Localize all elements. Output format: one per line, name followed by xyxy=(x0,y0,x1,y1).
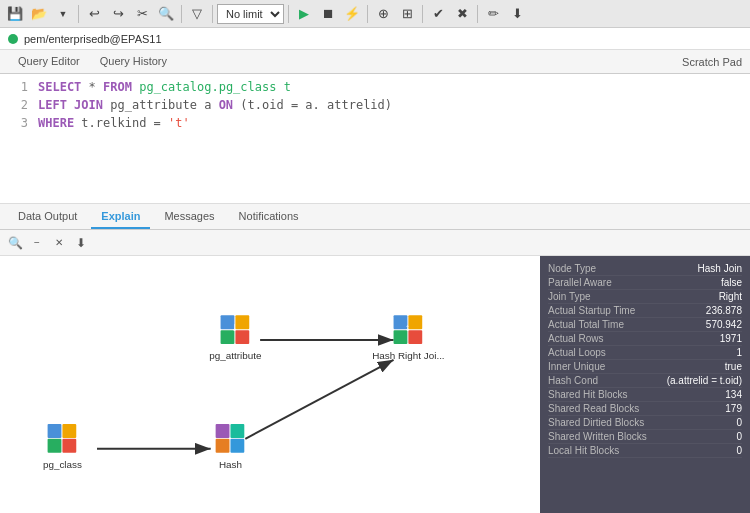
node-info-value: 0 xyxy=(658,445,742,456)
redo-btn[interactable]: ↪ xyxy=(107,3,129,25)
explain-panel: ↓ pg_attribute ↕ Hash Right Joi... pg_cl… xyxy=(0,256,750,513)
cursor-btn[interactable]: ⊕ xyxy=(372,3,394,25)
node-info-key: Actual Loops xyxy=(548,347,658,358)
node-info-key: Inner Unique xyxy=(548,361,658,372)
rollback-btn[interactable]: ✖ xyxy=(451,3,473,25)
line-number-1: 1 xyxy=(8,78,28,96)
explain-toolbar: 🔍 − ✕ ⬇ xyxy=(0,230,750,256)
node-info-row: Shared Hit Blocks134 xyxy=(548,388,742,402)
arrow-hash-hashjoin xyxy=(245,360,393,439)
node-info-value: 0 xyxy=(658,431,742,442)
sep2 xyxy=(181,5,182,23)
node-info-row: Actual Startup Time236.878 xyxy=(548,304,742,318)
tab-query-history[interactable]: Query History xyxy=(90,50,177,73)
connection-bar: pem/enterprisedb@EPAS11 xyxy=(0,28,750,50)
open-btn[interactable]: 📂 xyxy=(28,3,50,25)
btab-notifications[interactable]: Notifications xyxy=(229,204,309,229)
svg-rect-11 xyxy=(48,424,62,438)
node-info-value: (a.attrelid = t.oid) xyxy=(658,375,742,386)
kw-left-join: LEFT JOIN xyxy=(38,98,103,112)
sep3 xyxy=(212,5,213,23)
table-btn[interactable]: ⊞ xyxy=(396,3,418,25)
limit-select[interactable]: No limit 100 1000 xyxy=(217,4,284,24)
btab-data-output[interactable]: Data Output xyxy=(8,204,87,229)
node-info-row: Actual Rows1971 xyxy=(548,332,742,346)
pg-attribute-label: pg_attribute xyxy=(209,350,262,361)
node-hash-right-join[interactable]: ↕ Hash Right Joi... xyxy=(372,315,444,360)
connection-label: pem/enterprisedb@EPAS11 xyxy=(24,33,162,45)
fn-pg-class: pg_catalog.pg_class t xyxy=(139,80,291,94)
svg-rect-17 xyxy=(216,439,230,453)
kw-where: WHERE xyxy=(38,116,74,130)
zoom-out-btn[interactable]: − xyxy=(28,234,46,252)
kw-from: FROM xyxy=(103,80,132,94)
download-btn[interactable]: ⬇ xyxy=(506,3,528,25)
node-info-row: Hash Cond(a.attrelid = t.oid) xyxy=(548,374,742,388)
find-btn[interactable]: 🔍 xyxy=(155,3,177,25)
main-toolbar: 💾 📂 ▼ ↩ ↪ ✂ 🔍 ▽ No limit 100 1000 ▶ ⏹ ⚡ … xyxy=(0,0,750,28)
sep7 xyxy=(477,5,478,23)
dropdown-btn[interactable]: ▼ xyxy=(52,3,74,25)
line-number-2: 2 xyxy=(8,96,28,114)
sym-star: * xyxy=(89,80,103,94)
cut-btn[interactable]: ✂ xyxy=(131,3,153,25)
zoom-in-btn[interactable]: 🔍 xyxy=(6,234,24,252)
kw-on: ON xyxy=(219,98,233,112)
commit-btn[interactable]: ✔ xyxy=(427,3,449,25)
node-info-key: Actual Startup Time xyxy=(548,305,658,316)
btab-messages[interactable]: Messages xyxy=(154,204,224,229)
hash-label: Hash xyxy=(219,459,242,470)
node-info-key: Shared Written Blocks xyxy=(548,431,658,442)
line-3: 3 WHERE t.relkind = 't' xyxy=(0,114,750,132)
macro-btn[interactable]: ✏ xyxy=(482,3,504,25)
node-info-row: Join TypeRight xyxy=(548,290,742,304)
node-pg-attribute[interactable]: ↓ pg_attribute xyxy=(209,315,262,360)
node-info-row: Parallel Awarefalse xyxy=(548,276,742,290)
sep4 xyxy=(288,5,289,23)
sep6 xyxy=(422,5,423,23)
node-info-key: Shared Read Blocks xyxy=(548,403,658,414)
connection-status-dot xyxy=(8,34,18,44)
node-hash[interactable]: Hash xyxy=(216,424,245,469)
svg-rect-15 xyxy=(216,424,230,438)
scratch-pad-link[interactable]: Scratch Pad xyxy=(682,56,742,68)
node-info-value: 179 xyxy=(658,403,742,414)
btab-explain[interactable]: Explain xyxy=(91,204,150,229)
node-info-value: 1 xyxy=(658,347,742,358)
kw-select: SELECT xyxy=(38,80,81,94)
node-info-row: Node TypeHash Join xyxy=(548,262,742,276)
node-info-key: Node Type xyxy=(548,263,658,274)
reset-zoom-btn[interactable]: ✕ xyxy=(50,234,68,252)
stop-btn[interactable]: ⏹ xyxy=(317,3,339,25)
explain-btn[interactable]: ⚡ xyxy=(341,3,363,25)
node-pg-class[interactable]: pg_class xyxy=(43,424,82,469)
run-btn[interactable]: ▶ xyxy=(293,3,315,25)
query-editor[interactable]: 1 SELECT * FROM pg_catalog.pg_class t 2 … xyxy=(0,74,750,204)
svg-rect-13 xyxy=(48,439,62,453)
node-info-row: Shared Dirtied Blocks0 xyxy=(548,416,742,430)
node-info-value: 1971 xyxy=(658,333,742,344)
svg-rect-7 xyxy=(408,315,422,329)
save-btn[interactable]: 💾 xyxy=(4,3,26,25)
undo-btn[interactable]: ↩ xyxy=(83,3,105,25)
node-info-row: Actual Loops1 xyxy=(548,346,742,360)
sep5 xyxy=(367,5,368,23)
sym-where-cond: t.relkind = xyxy=(81,116,168,130)
filter-btn[interactable]: ▽ xyxy=(186,3,208,25)
node-info-value: 236.878 xyxy=(658,305,742,316)
str-t-value: 't' xyxy=(168,116,190,130)
node-info-key: Actual Rows xyxy=(548,333,658,344)
explain-canvas[interactable]: ↓ pg_attribute ↕ Hash Right Joi... pg_cl… xyxy=(0,256,540,513)
sym-pg-attribute: pg_attribute a xyxy=(110,98,218,112)
svg-text:↓: ↓ xyxy=(231,320,237,334)
node-info-value: Right xyxy=(658,291,742,302)
tab-query-editor[interactable]: Query Editor xyxy=(8,50,90,73)
node-info-value: Hash Join xyxy=(658,263,742,274)
node-info-row: Shared Read Blocks179 xyxy=(548,402,742,416)
explain-svg: ↓ pg_attribute ↕ Hash Right Joi... pg_cl… xyxy=(0,256,540,513)
node-info-key: Shared Dirtied Blocks xyxy=(548,417,658,428)
line-content-2: LEFT JOIN pg_attribute a ON (t.oid = a. … xyxy=(38,96,392,114)
svg-text:↕: ↕ xyxy=(405,322,410,333)
svg-rect-12 xyxy=(62,424,76,438)
download-diagram-btn[interactable]: ⬇ xyxy=(72,234,90,252)
